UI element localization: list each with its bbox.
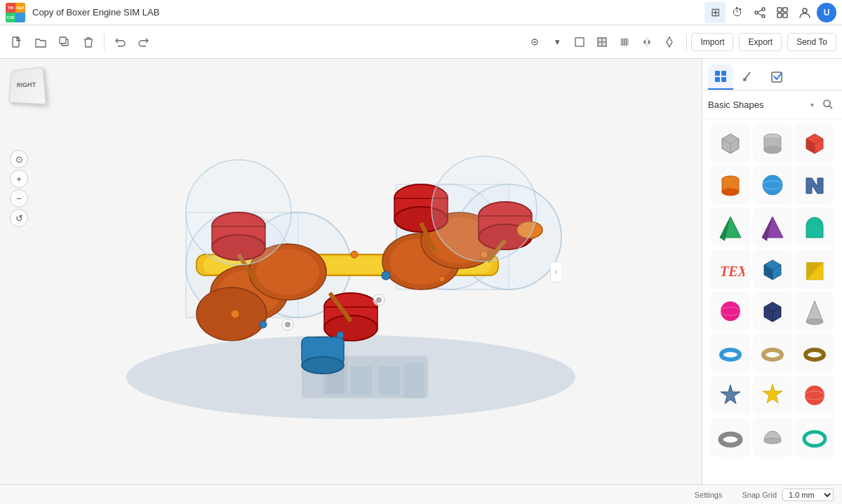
scene-area[interactable] xyxy=(0,59,702,484)
shape-sphere-red[interactable] xyxy=(795,376,834,415)
snap-grid-select[interactable]: 0.1 mm 0.5 mm 1.0 mm 2.0 mm 5.0 mm 10.0 … xyxy=(782,489,834,501)
svg-rect-35 xyxy=(403,363,425,398)
collapse-panel-button[interactable]: › xyxy=(550,261,561,282)
shape-star-yellow[interactable] xyxy=(753,376,792,415)
shapes-row-1 xyxy=(707,123,838,163)
shape-cube-red[interactable] xyxy=(795,123,834,163)
svg-point-82 xyxy=(285,322,290,327)
svg-point-15 xyxy=(534,41,536,43)
shapes-tab[interactable] xyxy=(708,64,733,90)
engine-scene xyxy=(77,76,624,468)
svg-rect-87 xyxy=(715,71,720,76)
svg-point-123 xyxy=(805,386,824,405)
svg-point-85 xyxy=(186,160,291,265)
shape-cone-gray[interactable] xyxy=(795,292,834,331)
shapes-row-3 xyxy=(707,207,838,247)
account-settings-icon[interactable] xyxy=(794,2,815,23)
shape-text[interactable]: TEXT xyxy=(711,250,750,289)
shapes-row-2 xyxy=(707,165,838,205)
share-icon[interactable] xyxy=(749,2,770,23)
svg-point-114 xyxy=(721,301,740,321)
shape-box[interactable] xyxy=(711,123,750,163)
shapes-search-button[interactable] xyxy=(820,96,836,113)
svg-point-119 xyxy=(763,350,782,360)
svg-rect-6 xyxy=(783,8,787,12)
gallery-icon[interactable] xyxy=(772,2,793,23)
shape-n-shape[interactable] xyxy=(795,165,834,205)
svg-rect-89 xyxy=(715,77,720,82)
redo-button[interactable] xyxy=(133,31,155,53)
snap-grid-button[interactable] xyxy=(615,32,634,52)
history-icon[interactable]: ⏱ xyxy=(727,2,748,23)
svg-point-125 xyxy=(721,434,740,445)
shape-wedge-yellow[interactable] xyxy=(795,250,834,289)
shapes-row-5 xyxy=(707,292,838,331)
bottombar: Settings Snap Grid 0.1 mm 0.5 mm 1.0 mm … xyxy=(0,484,842,504)
user-avatar[interactable]: U xyxy=(817,3,836,22)
shape-half-sphere[interactable] xyxy=(753,418,792,457)
shapes-dropdown-button[interactable]: ▾ xyxy=(807,100,817,109)
svg-point-76 xyxy=(439,276,445,282)
shape-torus-blue[interactable] xyxy=(711,334,750,373)
shapes-grid: TEXT xyxy=(702,119,842,484)
import-button[interactable]: Import xyxy=(691,33,733,51)
shape-cylinder-orange[interactable] xyxy=(711,165,750,205)
shapes-row-7 xyxy=(707,376,838,415)
snap-face-button[interactable] xyxy=(592,32,612,52)
open-button[interactable] xyxy=(29,31,52,53)
svg-point-117 xyxy=(806,319,823,325)
shape-disc-teal[interactable] xyxy=(795,418,834,457)
export-button[interactable]: Export xyxy=(739,33,782,51)
svg-point-77 xyxy=(231,310,239,318)
snap-edge-button[interactable] xyxy=(570,32,589,52)
shape-box-navy[interactable] xyxy=(753,292,792,331)
action-buttons: Import Export Send To xyxy=(691,33,836,51)
rulers-tab[interactable] xyxy=(736,64,761,90)
shape-cylinder[interactable] xyxy=(753,123,792,163)
align-button[interactable] xyxy=(660,32,679,52)
settings-link[interactable]: Settings xyxy=(695,491,723,499)
svg-rect-33 xyxy=(351,367,372,395)
svg-rect-90 xyxy=(721,77,726,82)
shapes-header: Basic Shapes ▾ xyxy=(702,90,842,119)
shape-torus-dark[interactable] xyxy=(795,334,834,373)
svg-point-92 xyxy=(824,100,830,107)
svg-point-118 xyxy=(721,350,740,360)
shape-pyramid-green[interactable] xyxy=(711,207,750,247)
new-button[interactable] xyxy=(6,31,28,53)
shape-arch-teal[interactable] xyxy=(795,207,834,247)
3d-viewport[interactable]: RIGHT ⊙ + − ↺ xyxy=(0,59,702,484)
svg-point-9 xyxy=(803,8,807,13)
svg-line-4 xyxy=(758,13,762,15)
shape-pyramid-purple[interactable] xyxy=(753,207,792,247)
svg-marker-121 xyxy=(721,385,740,404)
grid-view-icon[interactable]: ⊞ xyxy=(704,2,726,23)
panel-tabs xyxy=(702,59,842,90)
svg-point-96 xyxy=(764,147,781,154)
separator-1 xyxy=(104,34,105,50)
svg-point-2 xyxy=(762,15,765,18)
notes-tab[interactable] xyxy=(764,64,789,90)
duplicate-button[interactable] xyxy=(53,31,76,53)
shape-box-blue[interactable] xyxy=(753,250,792,289)
shape-ring[interactable] xyxy=(711,418,750,457)
svg-point-86 xyxy=(432,156,537,261)
svg-point-72 xyxy=(302,357,344,374)
svg-point-0 xyxy=(762,8,765,11)
shape-star-blue[interactable] xyxy=(711,376,750,415)
snap-tools: ▾ xyxy=(525,32,679,52)
app-logo[interactable]: TIN KER CAD xyxy=(6,3,25,22)
send-to-button[interactable]: Send To xyxy=(787,33,836,51)
separator-2 xyxy=(686,34,687,50)
mirror-button[interactable] xyxy=(637,32,657,52)
svg-rect-8 xyxy=(783,13,787,18)
shape-sphere-pink[interactable] xyxy=(711,292,750,331)
snap-dropdown-button[interactable]: ▾ xyxy=(547,32,567,52)
svg-marker-27 xyxy=(643,39,646,45)
svg-marker-29 xyxy=(667,37,672,47)
undo-button[interactable] xyxy=(109,31,131,53)
shape-torus-brown[interactable] xyxy=(753,334,792,373)
delete-button[interactable] xyxy=(77,31,100,53)
snap-point-button[interactable] xyxy=(525,32,544,52)
shape-sphere-blue[interactable] xyxy=(753,165,792,205)
